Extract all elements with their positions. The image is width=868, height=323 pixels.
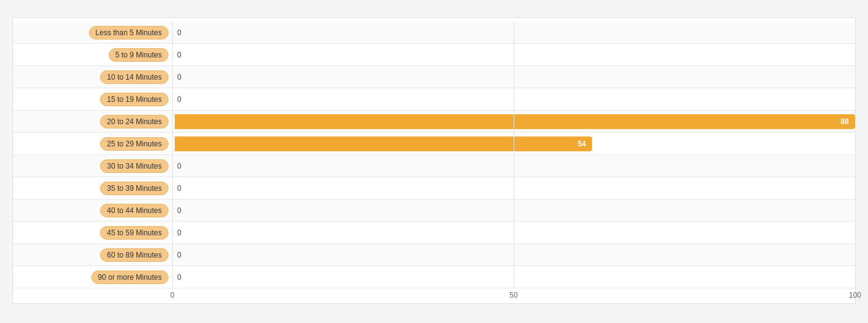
label-cell: 60 to 89 Minutes [13, 248, 172, 262]
bar-fill: 54 [175, 136, 592, 151]
label-pill: 25 to 29 Minutes [100, 137, 169, 151]
bar-value: 88 [841, 117, 853, 126]
bar-value: 0 [177, 273, 182, 282]
bar-cell: 0 [172, 22, 855, 43]
bar-value: 54 [578, 140, 590, 148]
bar-cell: 0 [172, 244, 855, 266]
label-cell: 10 to 14 Minutes [13, 70, 172, 84]
chart-area: Less than 5 Minutes05 to 9 Minutes010 to… [12, 17, 856, 304]
label-cell: 5 to 9 Minutes [13, 48, 172, 62]
bar-cell: 0 [172, 177, 855, 199]
bar-row: 5 to 9 Minutes0 [13, 44, 855, 66]
label-cell: 40 to 44 Minutes [13, 204, 172, 217]
label-pill: 5 to 9 Minutes [109, 48, 169, 62]
bar-fill: 88 [175, 114, 855, 129]
label-pill: Less than 5 Minutes [89, 26, 169, 40]
bar-cell: 88 [172, 111, 855, 132]
label-cell: 15 to 19 Minutes [13, 93, 172, 106]
bar-row: 20 to 24 Minutes88 [13, 111, 855, 133]
bar-cell: 0 [172, 155, 855, 177]
label-cell: 20 to 24 Minutes [13, 115, 172, 128]
label-cell: 90 or more Minutes [13, 271, 172, 284]
bar-value: 0 [177, 95, 182, 104]
bar-row: 10 to 14 Minutes0 [13, 66, 855, 88]
x-tick: 100 [849, 291, 861, 300]
bar-row: 45 to 59 Minutes0 [13, 222, 855, 244]
bar-row: Less than 5 Minutes0 [13, 22, 855, 44]
bar-cell: 0 [172, 266, 855, 288]
label-pill: 40 to 44 Minutes [100, 204, 169, 217]
label-cell: 45 to 59 Minutes [13, 226, 172, 240]
bar-cell: 54 [172, 133, 855, 154]
bar-cell: 0 [172, 88, 855, 110]
bar-value: 0 [177, 28, 182, 37]
label-cell: 25 to 29 Minutes [13, 137, 172, 151]
bar-value: 0 [177, 51, 182, 59]
bar-value: 0 [177, 251, 182, 259]
bar-row: 25 to 29 Minutes54 [13, 133, 855, 155]
chart-container: Less than 5 Minutes05 to 9 Minutes010 to… [0, 6, 868, 322]
bar-value: 0 [177, 206, 182, 215]
bar-row: 35 to 39 Minutes0 [13, 177, 855, 199]
bar-row: 90 or more Minutes0 [13, 266, 855, 288]
label-pill: 30 to 34 Minutes [100, 159, 169, 173]
label-pill: 35 to 39 Minutes [100, 182, 169, 195]
bar-value: 0 [177, 229, 182, 237]
label-pill: 90 or more Minutes [91, 271, 169, 284]
bar-row: 40 to 44 Minutes0 [13, 199, 855, 222]
bar-cell: 0 [172, 44, 855, 65]
bar-cell: 0 [172, 222, 855, 243]
bar-value: 0 [177, 162, 182, 170]
label-pill: 45 to 59 Minutes [100, 226, 169, 240]
x-axis: 050100 [13, 288, 855, 303]
label-cell: Less than 5 Minutes [13, 26, 172, 40]
bar-row: 60 to 89 Minutes0 [13, 244, 855, 266]
bar-cell: 0 [172, 199, 855, 221]
bar-row: 30 to 34 Minutes0 [13, 155, 855, 177]
chart-rows-container: Less than 5 Minutes05 to 9 Minutes010 to… [13, 22, 855, 288]
grid-line [855, 22, 856, 288]
label-pill: 15 to 19 Minutes [100, 93, 169, 106]
bar-value: 0 [177, 73, 182, 82]
bar-cell: 0 [172, 66, 855, 88]
x-axis-inner: 050100 [172, 291, 855, 303]
label-pill: 10 to 14 Minutes [100, 70, 169, 84]
x-tick: 0 [170, 291, 175, 300]
label-cell: 30 to 34 Minutes [13, 159, 172, 173]
bar-row: 15 to 19 Minutes0 [13, 88, 855, 111]
bar-value: 0 [177, 184, 182, 193]
label-cell: 35 to 39 Minutes [13, 182, 172, 195]
label-pill: 20 to 24 Minutes [100, 115, 169, 128]
label-pill: 60 to 89 Minutes [100, 248, 169, 262]
x-tick: 50 [509, 291, 517, 300]
